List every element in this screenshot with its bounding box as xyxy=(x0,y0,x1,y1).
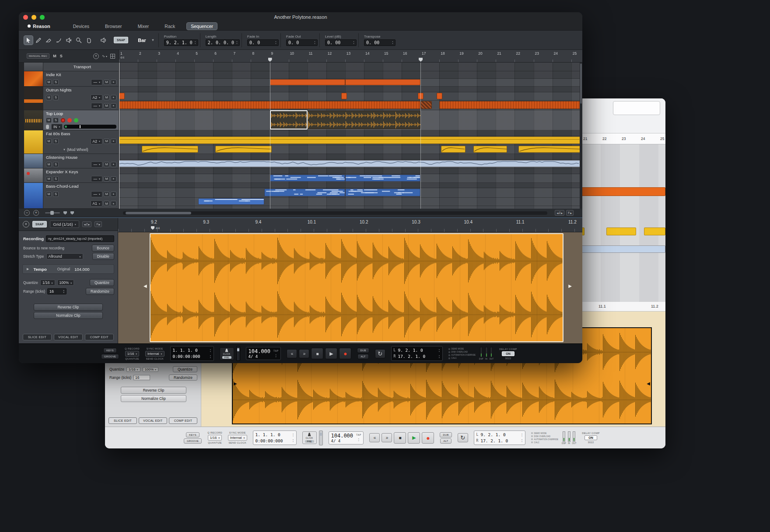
lane-close-button[interactable]: × xyxy=(111,80,116,85)
alt-button[interactable]: ALT xyxy=(440,438,451,444)
nav-browser[interactable]: Browser xyxy=(101,23,126,30)
horizontal-scrollbar[interactable] xyxy=(123,211,547,215)
collapse-icon[interactable]: ▼ xyxy=(63,148,66,151)
solo-button[interactable]: S xyxy=(53,139,59,144)
normalize-clip-button[interactable]: Normalize Clip xyxy=(34,312,103,319)
stepper-icon[interactable] xyxy=(508,433,523,437)
length-value[interactable]: 2. 0. 0. 0 xyxy=(206,39,240,46)
lane-expander-x-keys[interactable] xyxy=(119,174,580,183)
lane-selector[interactable]: — xyxy=(91,176,102,182)
record-quantize-select[interactable]: 1/16 xyxy=(208,435,222,441)
lane-selector[interactable]: — xyxy=(91,161,102,168)
range-field[interactable]: 16 xyxy=(47,288,66,294)
editor-zoom-fit-button[interactable]: F xyxy=(94,221,102,227)
dub-button[interactable]: DUB xyxy=(440,432,452,438)
slice-edit-tab[interactable]: SLICE EDIT xyxy=(108,417,137,424)
lane-close-button[interactable]: × xyxy=(111,201,116,206)
lane-mute-button[interactable]: M xyxy=(104,176,109,182)
lane-fat-80s-bass[interactable] xyxy=(119,136,580,145)
clip-indie[interactable] xyxy=(345,79,420,85)
clip-outrun2[interactable] xyxy=(439,101,580,109)
solo-button[interactable]: S xyxy=(53,176,59,182)
right-locator-icon[interactable] xyxy=(70,211,74,215)
magnify-tool[interactable] xyxy=(74,36,83,45)
record-button[interactable] xyxy=(422,432,434,444)
play-button[interactable] xyxy=(325,348,337,359)
vocal-edit-tab[interactable]: VOCAL EDIT xyxy=(54,334,83,340)
stepper-icon[interactable] xyxy=(283,433,294,437)
click-level-slider[interactable] xyxy=(319,430,323,445)
slice-edit-tab[interactable]: SLICE EDIT xyxy=(23,334,52,340)
back-clip-yellow[interactable] xyxy=(606,228,636,235)
comp-edit-tab[interactable]: COMP EDIT xyxy=(85,334,114,340)
record-button[interactable] xyxy=(339,348,351,359)
quantize-button[interactable]: Quantize xyxy=(90,279,114,286)
lane-mute-button[interactable]: M xyxy=(104,103,109,108)
stepper-icon[interactable] xyxy=(425,348,440,353)
keys-button[interactable]: KEYS xyxy=(186,432,200,438)
hand-tool[interactable] xyxy=(84,36,93,45)
stepper-icon[interactable] xyxy=(392,40,393,45)
stepper-icon[interactable] xyxy=(63,289,65,294)
clip-expander[interactable] xyxy=(345,175,420,182)
track-indie-kit[interactable]: Indie Kit M S — M × xyxy=(24,71,119,87)
lane-outrun-2[interactable] xyxy=(119,101,580,110)
mute-button[interactable]: M xyxy=(46,95,52,100)
pencil-tool[interactable] xyxy=(34,36,43,45)
pre-button[interactable]: PRE xyxy=(222,356,231,359)
editor-zoom-selection-button[interactable]: Z xyxy=(82,221,92,227)
snap-value-select[interactable]: Bar xyxy=(135,36,156,44)
lane-close-button[interactable]: × xyxy=(111,103,116,108)
lane-top-loop[interactable] xyxy=(119,110,580,130)
track-glistening-house[interactable]: Glistening House M S — M × xyxy=(24,154,119,168)
grid-view-icon[interactable] xyxy=(110,54,115,59)
zoom-fit-button[interactable]: F xyxy=(566,210,574,216)
manual-rec-button[interactable]: MANUAL REC xyxy=(27,53,49,59)
clip-left-handle[interactable] xyxy=(144,284,147,288)
tempo-display[interactable]: 104.000 4/ 4 TAP xyxy=(329,431,364,444)
clip-outrun2[interactable] xyxy=(420,101,432,109)
speaker-tool[interactable] xyxy=(99,36,108,45)
vocal-edit-tab[interactable]: VOCAL EDIT xyxy=(139,417,167,424)
stepper-icon[interactable] xyxy=(203,354,211,359)
clip-glisten[interactable] xyxy=(119,160,580,167)
locator-flag-icon[interactable] xyxy=(419,58,423,62)
tempo-value[interactable]: 104.000 xyxy=(74,267,89,272)
stepper-icon[interactable] xyxy=(285,438,294,443)
clip-outrun1[interactable] xyxy=(341,93,347,99)
lane-selector[interactable]: A1 xyxy=(91,200,102,206)
back-bar-ruler[interactable]: 2122232425 xyxy=(581,133,665,144)
bounce-button[interactable]: Bounce xyxy=(92,245,114,252)
tap-label[interactable]: TAP xyxy=(356,434,361,436)
window-titlebar[interactable]: Another Polytone.reason xyxy=(19,12,582,22)
loop-button[interactable] xyxy=(375,349,385,358)
tempo-display[interactable]: 104.000 4/ 4 TAP xyxy=(246,347,281,360)
automation-select-icon[interactable]: ∿ xyxy=(102,54,107,58)
loop-locator-line[interactable] xyxy=(420,63,421,209)
click-button[interactable]: CLICK PRE xyxy=(302,431,317,444)
disclosure-icon[interactable] xyxy=(27,267,29,271)
stepper-icon[interactable] xyxy=(200,348,211,353)
sync-mode-select[interactable]: Internal xyxy=(145,351,164,357)
mute-tool[interactable] xyxy=(64,36,73,45)
audio-clip-waveform[interactable] xyxy=(150,233,564,342)
song-position-display[interactable]: 1. 1. 1. 0 0:00:00:000 xyxy=(253,430,297,445)
stepper-icon[interactable] xyxy=(358,438,359,442)
snap-button[interactable]: SNAP xyxy=(114,37,128,43)
clip-left-handle[interactable] xyxy=(234,382,237,386)
arrangement-area[interactable] xyxy=(119,63,582,209)
stepper-icon[interactable] xyxy=(353,40,354,45)
fast-forward-button[interactable] xyxy=(382,433,392,442)
track-fat-80s-bass[interactable]: Fat 80s Bass M S A2 M × ▼ (Mod Wheel) xyxy=(24,130,119,154)
clip-right-handle[interactable] xyxy=(568,284,572,288)
clip-mod[interactable] xyxy=(473,146,508,153)
solo-button[interactable]: S xyxy=(53,192,59,197)
back-arrangement[interactable] xyxy=(581,144,665,302)
mute-button[interactable]: M xyxy=(46,118,52,123)
lane-mute-button[interactable]: M xyxy=(104,80,109,85)
input-selector[interactable]: IN xyxy=(51,124,63,130)
delay-comp-on-button[interactable]: ON xyxy=(502,351,514,356)
recording-name-field[interactable]: ny_drm124_steady_top.rx2 (Imported) xyxy=(46,235,114,242)
click-level-slider[interactable] xyxy=(236,346,240,361)
mute-button[interactable]: M xyxy=(46,176,52,182)
